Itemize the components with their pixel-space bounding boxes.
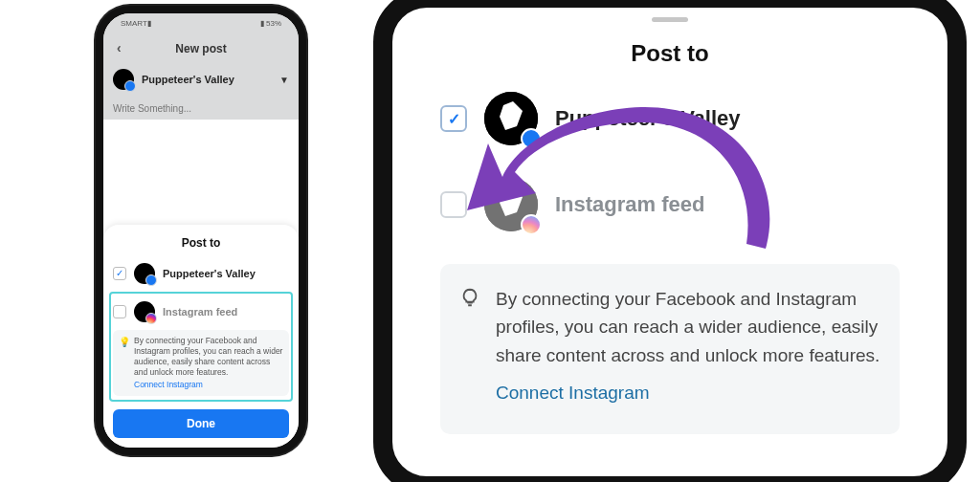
carrier-label: SMART▮	[121, 19, 151, 28]
checkbox-empty-icon[interactable]	[113, 305, 126, 318]
avatar	[113, 69, 134, 90]
page-title: New post	[175, 42, 226, 55]
destination-facebook[interactable]: ✓ Puppeteer's Valley	[440, 92, 900, 145]
destination-label: Puppeteer's Valley	[163, 268, 256, 279]
destination-facebook[interactable]: ✓ Puppeteer's Valley	[113, 259, 289, 288]
phone-mockup: SMART▮ ▮ 53% ‹ New post Puppeteer's Vall…	[96, 6, 306, 455]
compose-placeholder[interactable]: Write Something...	[113, 103, 289, 114]
chevron-down-icon: ▼	[279, 75, 289, 85]
sheet-title: Post to	[440, 40, 900, 67]
avatar	[484, 178, 538, 231]
annotation-highlight: Instagram feed 💡 By connecting your Face…	[109, 292, 293, 402]
lightbulb-icon	[459, 287, 480, 316]
destination-label: Instagram feed	[163, 306, 237, 318]
instagram-badge-icon	[521, 214, 542, 235]
avatar	[484, 92, 538, 145]
account-name: Puppeteer's Valley	[142, 74, 272, 85]
facebook-badge-icon	[521, 128, 542, 149]
avatar	[134, 263, 155, 284]
tip-text: By connecting your Facebook and Instagra…	[134, 336, 282, 377]
avatar	[134, 301, 155, 322]
lightbulb-icon: 💡	[119, 336, 130, 348]
connect-instagram-link[interactable]: Connect Instagram	[496, 379, 880, 406]
status-bar: SMART▮ ▮ 53%	[103, 13, 299, 33]
connect-tip: By connecting your Facebook and Instagra…	[440, 264, 900, 434]
destination-instagram[interactable]: Instagram feed	[113, 297, 289, 326]
back-icon[interactable]: ‹	[117, 40, 122, 55]
tip-text: By connecting your Facebook and Instagra…	[496, 289, 880, 365]
battery-label: ▮ 53%	[260, 19, 281, 28]
connect-instagram-link[interactable]: Connect Instagram	[134, 380, 283, 390]
destination-instagram[interactable]: Instagram feed	[440, 178, 900, 231]
zoom-detail: Post to ✓ Puppeteer's Valley Instagram f…	[373, 0, 967, 482]
checkbox-empty-icon[interactable]	[440, 191, 467, 218]
destination-label: Puppeteer's Valley	[555, 106, 741, 131]
sheet-title: Post to	[113, 236, 289, 250]
checkbox-checked-icon[interactable]: ✓	[113, 267, 126, 280]
account-selector[interactable]: Puppeteer's Valley ▼	[113, 69, 289, 90]
post-to-sheet: Post to ✓ Puppeteer's Valley Instagram f…	[103, 225, 299, 448]
done-button[interactable]: Done	[113, 409, 289, 438]
connect-tip: 💡 By connecting your Facebook and Instag…	[113, 330, 289, 396]
destination-label: Instagram feed	[555, 192, 705, 217]
checkbox-checked-icon[interactable]: ✓	[440, 105, 467, 132]
